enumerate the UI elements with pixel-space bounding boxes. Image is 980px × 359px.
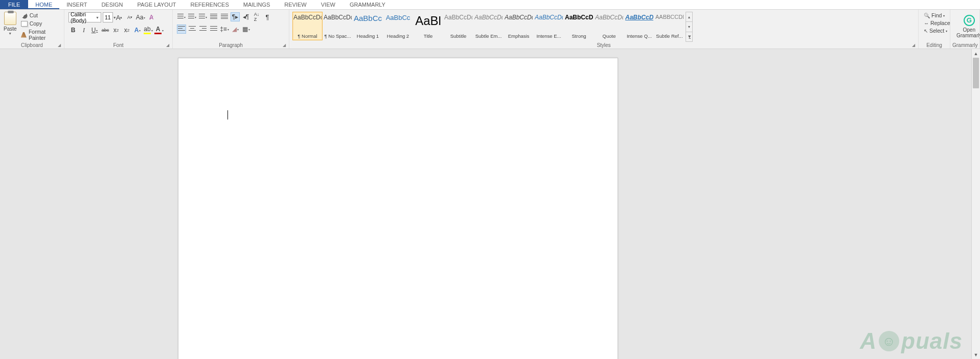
style-item-subtle-ref-[interactable]: AABBCCDDSubtle Ref... xyxy=(654,12,685,40)
gallery-scroll-down[interactable]: ▼ xyxy=(686,22,692,32)
increase-indent-button[interactable] xyxy=(220,12,229,21)
line-spacing-button[interactable]: ‡≡▾ xyxy=(220,25,229,34)
superscript-button[interactable]: x2 xyxy=(122,26,131,35)
tab-file[interactable]: FILE xyxy=(0,0,28,9)
shrink-font-button[interactable]: A▾ xyxy=(125,13,134,22)
copy-button[interactable]: Copy xyxy=(19,20,61,27)
scroll-down-button[interactable]: ▼ xyxy=(972,350,980,359)
font-color-button[interactable]: A▾ xyxy=(154,26,164,35)
chevron-down-icon: ▼ xyxy=(96,16,99,19)
style-item--normal[interactable]: AaBbCcDd¶ Normal xyxy=(292,12,323,40)
styles-gallery-scroll: ▲ ▼ ▼̲ xyxy=(686,12,693,42)
align-left-button[interactable] xyxy=(177,25,186,34)
sort-icon: A↓Z xyxy=(254,12,260,22)
style-item-heading-1[interactable]: AaBbCcHeading 1 xyxy=(353,12,383,40)
ltr-text-direction-button[interactable]: ¶▸ xyxy=(231,12,240,21)
change-case-button[interactable]: Aa▾ xyxy=(136,13,145,22)
style-preview: AaBbCcDd xyxy=(293,14,322,21)
font-name-value: Calibri (Body) xyxy=(71,11,94,23)
style-item-strong[interactable]: AaBbCcDdStrong xyxy=(564,12,594,40)
style-item-intense-q-[interactable]: AaBbCcDdIntense Q... xyxy=(624,12,654,40)
select-button[interactable]: Select▾ xyxy=(923,27,951,34)
style-preview: AaBbCcDd xyxy=(625,14,653,21)
open-grammarly-button[interactable]: G Open Grammarly xyxy=(952,11,980,42)
document-area[interactable] xyxy=(0,49,971,359)
style-item--no-spac-[interactable]: AaBbCcDd¶ No Spac... xyxy=(323,12,353,40)
tab-design[interactable]: DESIGN xyxy=(94,0,130,9)
style-name-label: Subtle Ref... xyxy=(656,33,682,39)
tab-insert[interactable]: INSERT xyxy=(59,0,94,9)
font-dialog-launcher[interactable]: ◢ xyxy=(166,43,171,48)
rtl-text-direction-button[interactable]: ◂¶ xyxy=(241,12,250,21)
align-center-icon xyxy=(189,26,196,32)
style-item-intense-e-[interactable]: AaBbCcDdIntense E... xyxy=(534,12,564,40)
tab-references[interactable]: REFERENCES xyxy=(184,0,236,9)
align-center-button[interactable] xyxy=(188,25,197,34)
tab-review[interactable]: REVIEW xyxy=(277,0,313,9)
ribbon-tabs: FILE HOME INSERT DESIGN PAGE LAYOUT REFE… xyxy=(0,0,980,10)
group-editing: Find▾ Replace Select▾ Editing xyxy=(919,10,950,49)
strikethrough-button[interactable]: abc xyxy=(101,26,110,35)
subscript-button[interactable]: x2 xyxy=(111,26,121,35)
format-painter-button[interactable]: Format Painter xyxy=(19,28,61,41)
style-preview: AaBbCcDd xyxy=(595,14,623,21)
style-item-heading-2[interactable]: AaBbCcHeading 2 xyxy=(383,12,413,40)
paragraph-dialog-launcher[interactable]: ◢ xyxy=(283,43,288,48)
gallery-expand[interactable]: ▼̲ xyxy=(686,32,692,41)
font-size-combo[interactable]: 11▼ xyxy=(103,12,113,22)
font-name-combo[interactable]: Calibri (Body)▼ xyxy=(69,12,101,22)
sort-button[interactable]: A↓Z xyxy=(252,12,261,21)
group-label-editing: Editing xyxy=(921,42,948,49)
italic-button[interactable]: I xyxy=(79,26,88,35)
find-button[interactable]: Find▾ xyxy=(923,12,951,19)
style-item-subtitle[interactable]: AaBbCcDdSubtitle xyxy=(443,12,473,40)
document-page[interactable] xyxy=(178,58,618,359)
styles-dialog-launcher[interactable]: ◢ xyxy=(912,43,917,48)
multilevel-list-button[interactable]: ▾ xyxy=(198,12,208,21)
borders-button[interactable]: ▦▾ xyxy=(241,25,250,34)
style-item-subtle-em-[interactable]: AaBbCcDdSubtle Em... xyxy=(473,12,504,40)
style-item-quote[interactable]: AaBbCcDdQuote xyxy=(594,12,624,40)
text-effects-button[interactable]: A▾ xyxy=(133,26,142,35)
underline-button[interactable]: U▾ xyxy=(90,26,99,35)
style-item-emphasis[interactable]: AaBbCcDdEmphasis xyxy=(504,12,534,40)
tab-grammarly[interactable]: GRAMMARLY xyxy=(343,0,393,9)
align-right-button[interactable] xyxy=(198,25,208,34)
copy-label: Copy xyxy=(30,20,42,27)
align-right-icon xyxy=(199,26,207,32)
numbering-button[interactable]: ▾ xyxy=(188,12,197,21)
paste-label: Paste xyxy=(4,26,17,32)
tab-home[interactable]: HOME xyxy=(28,0,59,9)
bullets-button[interactable]: ▾ xyxy=(177,12,186,21)
clipboard-dialog-launcher[interactable]: ◢ xyxy=(58,43,63,48)
decrease-indent-button[interactable] xyxy=(209,12,218,21)
brush-icon xyxy=(21,32,27,38)
format-painter-label: Format Painter xyxy=(29,29,59,41)
bold-button[interactable]: B xyxy=(69,26,78,35)
gallery-scroll-up[interactable]: ▲ xyxy=(686,12,692,22)
shading-button[interactable]: ◢▾ xyxy=(231,25,240,34)
find-icon xyxy=(924,12,930,18)
scroll-up-button[interactable]: ▲ xyxy=(972,49,980,58)
style-item-title[interactable]: AaBlTitle xyxy=(413,12,443,40)
style-name-label: Intense Q... xyxy=(627,33,652,39)
grow-font-button[interactable]: A▴ xyxy=(115,13,124,22)
show-hide-button[interactable]: ¶ xyxy=(263,12,272,21)
indent-icon xyxy=(221,14,228,20)
tab-page-layout[interactable]: PAGE LAYOUT xyxy=(130,0,184,9)
style-preview: AaBbCcDd xyxy=(474,14,503,21)
tab-view[interactable]: VIEW xyxy=(314,0,343,9)
select-label: Select xyxy=(929,28,944,34)
paste-dropdown-icon[interactable]: ▼ xyxy=(8,32,12,35)
group-label-grammarly: Grammarly xyxy=(952,42,977,49)
clear-formatting-button[interactable]: A̷ xyxy=(147,13,156,22)
scroll-thumb[interactable] xyxy=(973,58,979,88)
highlight-color-button[interactable]: ab▾ xyxy=(144,26,153,35)
tab-mailings[interactable]: MAILINGS xyxy=(236,0,278,9)
paste-button[interactable]: Paste ▼ xyxy=(2,11,18,42)
cut-button[interactable]: Cut xyxy=(19,12,61,19)
cut-icon xyxy=(20,11,29,20)
font-size-value: 11 xyxy=(105,14,111,20)
justify-button[interactable] xyxy=(209,25,218,34)
replace-button[interactable]: Replace xyxy=(923,19,951,27)
